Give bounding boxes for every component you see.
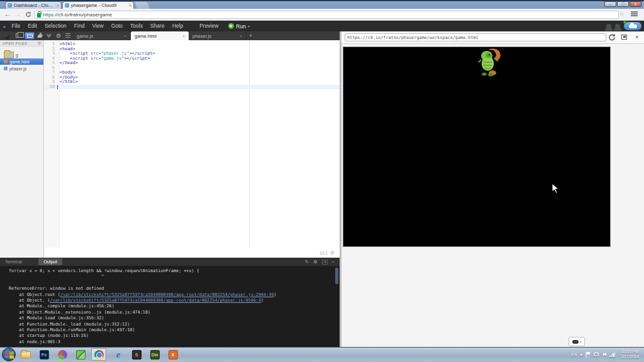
menu-item-tools[interactable]: Tools	[126, 21, 147, 31]
code-editor[interactable]: 1<html>2<head>3 <script src="phaser.js">…	[45, 40, 340, 258]
run-label: Run	[236, 23, 246, 30]
action-center-flag-icon[interactable]	[586, 352, 591, 358]
editor-tab-game-html[interactable]: game.html×	[131, 31, 189, 40]
fork-icon[interactable]: Ψ	[47, 33, 52, 39]
runner-icon[interactable]	[37, 33, 43, 39]
line-number: 10	[45, 85, 57, 90]
taskbar-sublime-icon[interactable]: S	[129, 348, 144, 361]
editor-tab-phaser-js[interactable]: phaser.js×	[189, 31, 247, 40]
stack-trace-link[interactable]: /var/lib/stickshift/5325a87f5973ca104400…	[50, 298, 261, 303]
volume-icon[interactable]	[602, 353, 606, 356]
preview-url-input[interactable]	[345, 33, 606, 41]
line-number: 4	[45, 57, 57, 62]
settings-gear-icon[interactable]: ⚙	[56, 33, 61, 39]
cursor-position: 10:1	[319, 251, 328, 255]
preview-button[interactable]: Preview	[196, 21, 222, 31]
close-console-icon[interactable]: ×	[332, 259, 335, 265]
editor-settings-gear-icon[interactable]: ⚙	[330, 250, 335, 256]
browser-tab[interactable]: phasergame - Cloud9×	[62, 1, 134, 9]
browser-tab[interactable]: Dashboard - Cloud9×	[5, 1, 62, 9]
console-gear-icon[interactable]: ⚙	[313, 259, 318, 265]
preview-reload-icon[interactable]	[608, 33, 616, 41]
open-file-item-g[interactable]: g	[0, 52, 43, 58]
menu-item-find[interactable]: Find	[70, 21, 89, 31]
system-tray: EN ▴ 10:00 PM 3/17/2014	[572, 347, 644, 362]
menu-item-share[interactable]: Share	[147, 21, 169, 31]
console-tab-output[interactable]: Output	[38, 258, 62, 265]
padlock-icon[interactable]	[37, 13, 41, 18]
new-file-tab-button[interactable]: +	[249, 33, 252, 39]
taskbar-dreamweaver-icon[interactable]: Dw	[147, 348, 162, 361]
run-play-icon: ▶	[228, 23, 234, 29]
console-line: at Module.load (module.js:356:32)	[9, 315, 340, 321]
console-tab-terminal[interactable]: Terminal	[0, 258, 27, 266]
address-bar[interactable]: https://c9.io/fratno/phasergame	[34, 11, 619, 19]
menu-item-selection[interactable]: Selection	[41, 21, 70, 31]
open-file-item-phaser-js[interactable]: phaser.js	[0, 65, 43, 72]
minimize-button[interactable]: –	[604, 1, 616, 7]
editor-tab-close-icon[interactable]: ×	[182, 34, 185, 38]
expand-console-icon[interactable]	[322, 260, 328, 265]
bookmark-star-icon[interactable]: ☆	[619, 11, 624, 17]
run-caret-icon[interactable]: ▾	[248, 24, 250, 28]
preview-close-icon[interactable]: ×	[633, 33, 641, 41]
game-canvas[interactable]	[343, 47, 611, 247]
menu-item-help[interactable]: Help	[169, 21, 187, 31]
new-tab-button[interactable]	[135, 2, 150, 9]
network-signal-icon[interactable]	[609, 352, 615, 357]
editor-tab-close-icon[interactable]: ×	[240, 34, 242, 38]
console-toggle-button[interactable]	[25, 32, 35, 40]
taskbar-xampp-icon[interactable]: X	[165, 348, 180, 361]
preview-popout-icon[interactable]	[621, 35, 627, 40]
panel-gear-icon[interactable]: ⚙	[37, 40, 42, 47]
cloud9-logo[interactable]	[624, 22, 641, 30]
console-scrollbar[interactable]	[335, 268, 338, 284]
hidden-icons-caret[interactable]: ▴	[580, 352, 583, 357]
collapse-menubar-icon[interactable]: ▴	[3, 24, 6, 29]
debug-icon[interactable]	[615, 24, 620, 29]
language-indicator[interactable]: EN	[572, 353, 577, 357]
clock[interactable]: 10:00 PM 3/17/2014	[618, 349, 641, 359]
feedback-chat-button[interactable]: ▾	[569, 337, 585, 346]
home-icon[interactable]	[4, 33, 9, 39]
game-sprite	[475, 47, 503, 77]
editor-tab-game-js[interactable]: game.js×	[73, 31, 131, 40]
tab-close-icon[interactable]: ×	[57, 3, 59, 8]
close-window-button[interactable]: ×	[630, 1, 641, 7]
console-line: at startup (node.js:119:16)	[9, 333, 340, 339]
run-button[interactable]: ▶ Run ▾	[228, 23, 250, 30]
taskbar-photoshop-icon[interactable]: Ps	[36, 348, 52, 361]
split-view-icon[interactable]	[16, 33, 21, 38]
taskbar-chrome-icon[interactable]	[91, 348, 106, 361]
console-output[interactable]: for(var x = 0; x < vendors.length && !wi…	[0, 266, 340, 347]
taskbar-explorer-icon[interactable]	[18, 348, 33, 361]
back-icon[interactable]: ←	[4, 10, 11, 19]
open-files-label: OPEN FILES	[3, 41, 27, 45]
display-icon[interactable]	[594, 353, 599, 356]
people-icon[interactable]	[606, 24, 611, 29]
menu-item-edit[interactable]: Edit	[24, 21, 41, 31]
tab-close-icon[interactable]: ×	[129, 3, 131, 8]
taskbar-map-app-icon[interactable]	[73, 348, 88, 361]
maximize-button[interactable]: □	[617, 1, 629, 7]
menu-item-goto[interactable]: Goto	[108, 21, 126, 31]
start-button[interactable]	[2, 348, 16, 361]
edit-console-icon[interactable]: ✎	[305, 259, 309, 265]
console-line: ^	[9, 274, 340, 280]
code-line: 6	[45, 66, 340, 71]
forward-icon[interactable]: →	[14, 10, 21, 19]
taskbar-app-icon[interactable]	[55, 348, 70, 361]
open-files-header[interactable]: OPEN FILES ⚙	[0, 40, 43, 47]
editor-tab-close-icon[interactable]: ×	[124, 34, 126, 38]
open-file-item-game-html[interactable]: game.html	[0, 58, 43, 65]
file-label: g	[16, 53, 18, 57]
taskbar-ie-icon[interactable]: e	[111, 348, 126, 361]
menu-item-file[interactable]: File	[8, 21, 25, 31]
stack-trace-link[interactable]: /var/lib/stickshift/5325a87f5973ca104400…	[60, 292, 274, 297]
browser-menu-icon[interactable]	[631, 11, 638, 17]
reload-icon[interactable]	[25, 11, 31, 18]
tab-list-icon[interactable]	[65, 33, 70, 39]
menu-item-view[interactable]: View	[88, 21, 107, 31]
preview-pane: × ▾	[341, 31, 644, 347]
browser-tab-title: phasergame - Cloud9	[71, 3, 127, 8]
